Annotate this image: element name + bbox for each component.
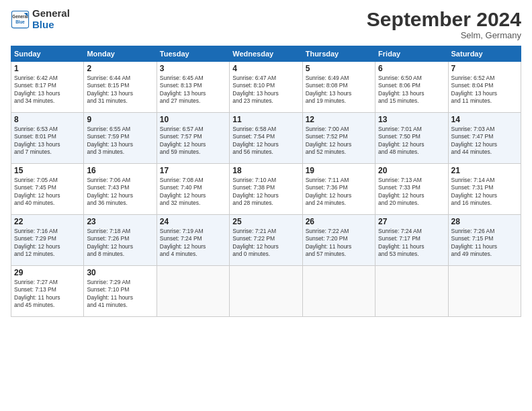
calendar-week-row: 29Sunrise: 7:27 AMSunset: 7:13 PMDayligh… xyxy=(11,266,521,317)
day-number: 10 xyxy=(160,115,226,124)
logo-general-text: General xyxy=(32,8,70,19)
calendar-cell: 1Sunrise: 6:42 AMSunset: 8:17 PMDaylight… xyxy=(11,62,84,113)
day-info: Sunrise: 7:03 AMSunset: 7:47 PMDaylight:… xyxy=(451,126,518,156)
day-number: 15 xyxy=(14,166,81,175)
day-number: 14 xyxy=(451,115,518,124)
day-header-sunday: Sunday xyxy=(11,46,84,62)
day-number: 22 xyxy=(14,217,81,226)
calendar-cell xyxy=(375,266,448,317)
day-number: 23 xyxy=(87,217,153,226)
calendar-cell: 23Sunrise: 7:18 AMSunset: 7:26 PMDayligh… xyxy=(84,215,157,266)
calendar-cell: 17Sunrise: 7:08 AMSunset: 7:40 PMDayligh… xyxy=(157,164,229,215)
day-number: 29 xyxy=(14,268,81,277)
day-header-saturday: Saturday xyxy=(448,46,521,62)
day-number: 16 xyxy=(87,166,153,175)
calendar-cell: 18Sunrise: 7:10 AMSunset: 7:38 PMDayligh… xyxy=(230,164,302,215)
day-number: 13 xyxy=(378,115,445,124)
day-info: Sunrise: 7:08 AMSunset: 7:40 PMDaylight:… xyxy=(160,177,226,208)
calendar-week-row: 15Sunrise: 7:05 AMSunset: 7:45 PMDayligh… xyxy=(11,164,521,215)
day-info: Sunrise: 7:16 AMSunset: 7:29 PMDaylight:… xyxy=(14,228,81,259)
day-info: Sunrise: 7:18 AMSunset: 7:26 PMDaylight:… xyxy=(87,228,153,259)
day-info: Sunrise: 7:11 AMSunset: 7:36 PMDaylight:… xyxy=(306,177,372,208)
calendar-cell: 28Sunrise: 7:26 AMSunset: 7:15 PMDayligh… xyxy=(448,215,521,266)
calendar-cell: 2Sunrise: 6:44 AMSunset: 8:15 PMDaylight… xyxy=(84,62,157,113)
day-info: Sunrise: 7:13 AMSunset: 7:33 PMDaylight:… xyxy=(378,177,445,208)
day-number: 18 xyxy=(232,166,299,175)
calendar-cell: 5Sunrise: 6:49 AMSunset: 8:08 PMDaylight… xyxy=(302,62,375,113)
calendar-cell xyxy=(157,266,229,317)
day-number: 21 xyxy=(451,166,518,175)
day-header-friday: Friday xyxy=(375,46,448,62)
calendar-cell: 24Sunrise: 7:19 AMSunset: 7:24 PMDayligh… xyxy=(157,215,229,266)
day-info: Sunrise: 6:58 AMSunset: 7:54 PMDaylight:… xyxy=(232,126,299,156)
calendar-cell xyxy=(302,266,375,317)
calendar-cell: 12Sunrise: 7:00 AMSunset: 7:52 PMDayligh… xyxy=(302,113,375,164)
day-number: 2 xyxy=(87,64,153,73)
day-number: 19 xyxy=(306,166,372,175)
calendar-cell: 20Sunrise: 7:13 AMSunset: 7:33 PMDayligh… xyxy=(375,164,448,215)
calendar-cell: 11Sunrise: 6:58 AMSunset: 7:54 PMDayligh… xyxy=(230,113,302,164)
day-info: Sunrise: 6:52 AMSunset: 8:04 PMDaylight:… xyxy=(451,75,518,105)
day-number: 3 xyxy=(160,64,226,73)
calendar-header-row: SundayMondayTuesdayWednesdayThursdayFrid… xyxy=(11,46,521,62)
day-info: Sunrise: 6:42 AMSunset: 8:17 PMDaylight:… xyxy=(14,75,81,105)
logo: General Blue General Blue xyxy=(11,8,70,30)
day-number: 6 xyxy=(378,64,445,73)
day-number: 17 xyxy=(160,166,226,175)
calendar-week-row: 1Sunrise: 6:42 AMSunset: 8:17 PMDaylight… xyxy=(11,62,521,113)
calendar-cell: 26Sunrise: 7:22 AMSunset: 7:20 PMDayligh… xyxy=(302,215,375,266)
calendar-week-row: 22Sunrise: 7:16 AMSunset: 7:29 PMDayligh… xyxy=(11,215,521,266)
day-info: Sunrise: 6:49 AMSunset: 8:08 PMDaylight:… xyxy=(306,75,372,105)
calendar-cell: 13Sunrise: 7:01 AMSunset: 7:50 PMDayligh… xyxy=(375,113,448,164)
day-number: 12 xyxy=(306,115,372,124)
day-info: Sunrise: 7:19 AMSunset: 7:24 PMDaylight:… xyxy=(160,228,226,259)
calendar-body: 1Sunrise: 6:42 AMSunset: 8:17 PMDaylight… xyxy=(11,62,521,317)
day-number: 9 xyxy=(87,115,153,124)
day-number: 27 xyxy=(378,217,445,226)
day-number: 20 xyxy=(378,166,445,175)
calendar-cell: 15Sunrise: 7:05 AMSunset: 7:45 PMDayligh… xyxy=(11,164,84,215)
day-number: 1 xyxy=(14,64,81,73)
calendar-cell: 3Sunrise: 6:45 AMSunset: 8:13 PMDaylight… xyxy=(157,62,229,113)
day-info: Sunrise: 7:05 AMSunset: 7:45 PMDaylight:… xyxy=(14,177,81,208)
calendar-cell xyxy=(448,266,521,317)
day-number: 8 xyxy=(14,115,81,124)
calendar-cell: 9Sunrise: 6:55 AMSunset: 7:59 PMDaylight… xyxy=(84,113,157,164)
day-info: Sunrise: 7:26 AMSunset: 7:15 PMDaylight:… xyxy=(451,228,518,259)
logo-icon: General Blue xyxy=(11,10,30,29)
calendar-week-row: 8Sunrise: 6:53 AMSunset: 8:01 PMDaylight… xyxy=(11,113,521,164)
day-header-monday: Monday xyxy=(84,46,157,62)
day-number: 5 xyxy=(306,64,372,73)
day-header-tuesday: Tuesday xyxy=(157,46,229,62)
day-number: 26 xyxy=(306,217,372,226)
calendar-cell: 19Sunrise: 7:11 AMSunset: 7:36 PMDayligh… xyxy=(302,164,375,215)
logo-blue-text: Blue xyxy=(32,19,70,31)
calendar-cell: 4Sunrise: 6:47 AMSunset: 8:10 PMDaylight… xyxy=(230,62,302,113)
day-info: Sunrise: 6:53 AMSunset: 8:01 PMDaylight:… xyxy=(14,126,81,156)
day-number: 4 xyxy=(232,64,299,73)
day-header-thursday: Thursday xyxy=(302,46,375,62)
day-info: Sunrise: 6:47 AMSunset: 8:10 PMDaylight:… xyxy=(232,75,299,105)
location: Selm, Germany xyxy=(367,30,521,40)
day-info: Sunrise: 7:10 AMSunset: 7:38 PMDaylight:… xyxy=(232,177,299,208)
calendar-table: SundayMondayTuesdayWednesdayThursdayFrid… xyxy=(11,46,521,317)
day-info: Sunrise: 7:27 AMSunset: 7:13 PMDaylight:… xyxy=(14,279,81,310)
day-info: Sunrise: 7:01 AMSunset: 7:50 PMDaylight:… xyxy=(378,126,445,156)
calendar-cell: 7Sunrise: 6:52 AMSunset: 8:04 PMDaylight… xyxy=(448,62,521,113)
calendar-cell: 14Sunrise: 7:03 AMSunset: 7:47 PMDayligh… xyxy=(448,113,521,164)
day-number: 11 xyxy=(232,115,299,124)
day-info: Sunrise: 6:55 AMSunset: 7:59 PMDaylight:… xyxy=(87,126,153,156)
day-number: 24 xyxy=(160,217,226,226)
day-number: 30 xyxy=(87,268,153,277)
calendar-cell: 10Sunrise: 6:57 AMSunset: 7:57 PMDayligh… xyxy=(157,113,229,164)
day-info: Sunrise: 6:45 AMSunset: 8:13 PMDaylight:… xyxy=(160,75,226,105)
calendar-cell: 25Sunrise: 7:21 AMSunset: 7:22 PMDayligh… xyxy=(230,215,302,266)
day-number: 7 xyxy=(451,64,518,73)
calendar-cell: 16Sunrise: 7:06 AMSunset: 7:43 PMDayligh… xyxy=(84,164,157,215)
day-info: Sunrise: 6:44 AMSunset: 8:15 PMDaylight:… xyxy=(87,75,153,105)
calendar-cell: 30Sunrise: 7:29 AMSunset: 7:10 PMDayligh… xyxy=(84,266,157,317)
day-info: Sunrise: 7:06 AMSunset: 7:43 PMDaylight:… xyxy=(87,177,153,208)
calendar-cell: 8Sunrise: 6:53 AMSunset: 8:01 PMDaylight… xyxy=(11,113,84,164)
day-info: Sunrise: 6:50 AMSunset: 8:06 PMDaylight:… xyxy=(378,75,445,105)
calendar-cell: 27Sunrise: 7:24 AMSunset: 7:17 PMDayligh… xyxy=(375,215,448,266)
